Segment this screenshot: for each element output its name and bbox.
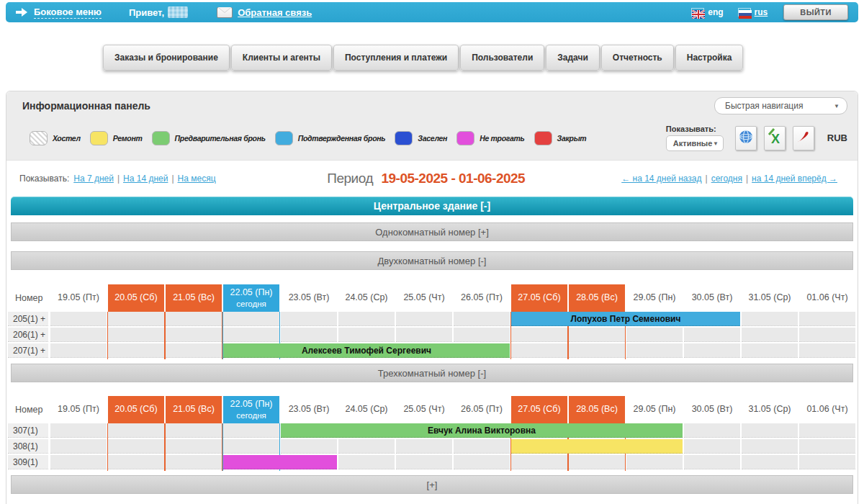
lang-eng-link[interactable]: eng bbox=[708, 7, 723, 17]
day-cell[interactable] bbox=[338, 439, 395, 454]
day-cell[interactable] bbox=[569, 328, 625, 342]
day-cell[interactable] bbox=[799, 423, 855, 438]
nav-tab-5[interactable]: Отчетность bbox=[601, 45, 674, 71]
day-cell[interactable] bbox=[396, 328, 452, 342]
show-filter-select[interactable]: Активные ▼ bbox=[666, 135, 724, 151]
day-cell[interactable] bbox=[454, 455, 510, 469]
day-cell[interactable] bbox=[799, 439, 855, 454]
day-header-today[interactable]: 22.05 (Пн)сегодня bbox=[223, 284, 279, 312]
section-three-room[interactable]: Трехкомнатный номер [-] bbox=[11, 364, 853, 382]
feedback-link[interactable]: Обратная связь bbox=[238, 7, 312, 18]
day-cell[interactable] bbox=[166, 343, 222, 358]
day-header-2[interactable]: 21.05 (Вс) bbox=[166, 396, 222, 423]
day-cell[interactable] bbox=[50, 423, 107, 438]
day-cell[interactable] bbox=[742, 312, 798, 326]
nav-tab-3[interactable]: Пользователи bbox=[460, 45, 544, 71]
nav-tab-6[interactable]: Настройка bbox=[675, 45, 744, 71]
day-cell[interactable] bbox=[454, 439, 510, 454]
booking-bar-repair[interactable] bbox=[511, 439, 683, 454]
day-cell[interactable] bbox=[166, 312, 222, 326]
period-nav-link-0[interactable]: ← на 14 дней назад bbox=[621, 174, 701, 184]
period-nav-link-2[interactable]: на 14 дней вперёд → bbox=[752, 174, 837, 184]
side-menu-link[interactable]: Боковое меню bbox=[34, 6, 102, 19]
day-cell[interactable] bbox=[223, 312, 279, 326]
day-cell[interactable] bbox=[108, 455, 164, 469]
room-label[interactable]: 307(1) bbox=[8, 423, 48, 438]
day-cell[interactable] bbox=[281, 312, 337, 326]
day-cell[interactable] bbox=[799, 343, 855, 358]
day-cell[interactable] bbox=[108, 439, 164, 454]
lang-rus-link[interactable]: rus bbox=[755, 7, 768, 17]
section-expand-more[interactable]: [+] bbox=[11, 475, 853, 494]
day-cell[interactable] bbox=[108, 328, 164, 342]
day-cell[interactable] bbox=[684, 343, 740, 358]
day-cell[interactable] bbox=[108, 343, 164, 358]
booking-bar-preliminary[interactable]: Евчук Алина Викторовна bbox=[281, 423, 683, 438]
day-cell[interactable] bbox=[396, 455, 452, 469]
day-cell[interactable] bbox=[166, 423, 222, 438]
room-label[interactable]: 206(1) + bbox=[8, 328, 48, 342]
day-cell[interactable] bbox=[281, 328, 337, 342]
day-cell[interactable] bbox=[166, 439, 222, 454]
day-cell[interactable] bbox=[50, 343, 107, 358]
day-cell[interactable] bbox=[742, 343, 798, 358]
nav-tab-2[interactable]: Поступления и платежи bbox=[333, 45, 459, 71]
day-cell[interactable] bbox=[338, 328, 395, 342]
day-cell[interactable] bbox=[742, 423, 798, 438]
pdf-export-button[interactable] bbox=[793, 126, 814, 150]
day-cell[interactable] bbox=[396, 312, 452, 326]
day-cell[interactable] bbox=[742, 328, 798, 342]
room-label[interactable]: 205(1) + bbox=[8, 312, 48, 326]
nav-tab-0[interactable]: Заказы и бронирование bbox=[103, 45, 230, 71]
booking-bar-do_not_touch[interactable] bbox=[223, 455, 337, 469]
day-cell[interactable] bbox=[626, 328, 683, 342]
logout-button[interactable]: выйти bbox=[783, 4, 848, 20]
section-one-room[interactable]: Однокомнатный номер [+] bbox=[11, 222, 853, 241]
day-cell[interactable] bbox=[108, 423, 164, 438]
day-cell[interactable] bbox=[338, 312, 395, 326]
day-cell[interactable] bbox=[799, 312, 855, 326]
day-cell[interactable] bbox=[223, 328, 279, 342]
quick-nav-select[interactable]: Быстрая навигация ▼ bbox=[714, 97, 847, 114]
day-header-9[interactable]: 28.05 (Вс) bbox=[569, 396, 625, 423]
day-cell[interactable] bbox=[108, 312, 164, 326]
day-header-1[interactable]: 20.05 (Сб) bbox=[108, 284, 164, 312]
feedback-block[interactable]: Обратная связь bbox=[217, 7, 312, 18]
day-cell[interactable] bbox=[223, 439, 279, 454]
section-two-room[interactable]: Двухкомнатный номер [-] bbox=[11, 251, 853, 270]
day-cell[interactable] bbox=[626, 343, 683, 358]
day-header-today[interactable]: 22.05 (Пн)сегодня bbox=[223, 396, 279, 423]
booking-bar-preliminary[interactable]: Алексеев Тимофей Сергеевич bbox=[223, 343, 510, 358]
nav-tab-4[interactable]: Задачи bbox=[546, 45, 600, 71]
day-header-1[interactable]: 20.05 (Сб) bbox=[108, 396, 164, 423]
side-menu-toggle[interactable]: Боковое меню bbox=[16, 6, 102, 19]
range-link-1[interactable]: На 14 дней bbox=[123, 174, 168, 184]
day-cell[interactable] bbox=[50, 455, 107, 469]
room-label[interactable]: 207(1) + bbox=[8, 343, 48, 358]
period-nav-link-1[interactable]: сегодня bbox=[711, 174, 742, 184]
room-label[interactable]: 308(1) bbox=[8, 439, 48, 454]
day-cell[interactable] bbox=[684, 439, 740, 454]
day-header-8[interactable]: 27.05 (Сб) bbox=[511, 396, 567, 423]
day-cell[interactable] bbox=[338, 455, 395, 469]
range-link-2[interactable]: На месяц bbox=[178, 174, 216, 184]
building-header[interactable]: Центральное здание [-] bbox=[11, 197, 853, 215]
day-cell[interactable] bbox=[799, 455, 855, 469]
day-cell[interactable] bbox=[569, 343, 625, 358]
day-cell[interactable] bbox=[281, 439, 337, 454]
day-cell[interactable] bbox=[742, 455, 798, 469]
day-cell[interactable] bbox=[684, 423, 740, 438]
day-cell[interactable] bbox=[799, 328, 855, 342]
day-cell[interactable] bbox=[454, 328, 510, 342]
range-link-0[interactable]: На 7 дней bbox=[73, 174, 114, 184]
room-label[interactable]: 309(1) bbox=[8, 455, 48, 469]
day-header-9[interactable]: 28.05 (Вс) bbox=[569, 284, 625, 312]
web-export-button[interactable] bbox=[735, 126, 757, 150]
day-cell[interactable] bbox=[626, 455, 683, 469]
day-cell[interactable] bbox=[511, 328, 567, 342]
day-cell[interactable] bbox=[511, 343, 567, 358]
day-header-2[interactable]: 21.05 (Вс) bbox=[166, 284, 222, 312]
day-cell[interactable] bbox=[569, 455, 625, 469]
booking-bar-confirmed[interactable]: Лопухов Петр Семенович bbox=[511, 312, 740, 326]
day-cell[interactable] bbox=[50, 312, 107, 326]
